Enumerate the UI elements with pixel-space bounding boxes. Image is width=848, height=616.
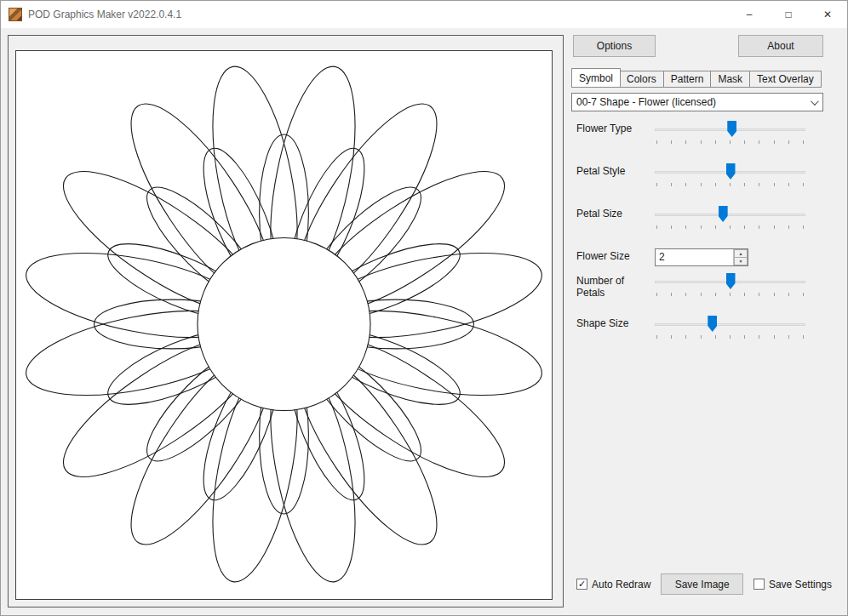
check-icon: ✓ bbox=[578, 579, 586, 589]
save-settings-checkbox[interactable]: ✓ Save Settings bbox=[753, 579, 832, 590]
slider-thumb[interactable] bbox=[726, 273, 736, 289]
slider-thumb[interactable] bbox=[708, 316, 717, 332]
shape-select-value: 00-7 Shape - Flower (licensed) bbox=[576, 96, 811, 108]
slider-thumb[interactable] bbox=[727, 121, 736, 137]
options-button[interactable]: Options bbox=[573, 35, 656, 57]
spin-up-icon[interactable]: ▲ bbox=[734, 249, 748, 258]
shape-size-label: Shape Size bbox=[570, 316, 655, 329]
number-of-petals-slider[interactable] bbox=[655, 273, 805, 297]
shape-select[interactable]: 00-7 Shape - Flower (licensed) bbox=[571, 93, 823, 111]
app-icon bbox=[9, 8, 22, 21]
drawing-canvas bbox=[15, 50, 553, 600]
slider-thumb[interactable] bbox=[719, 206, 728, 222]
tab-strip: Symbol Colors Pattern Mask Text Overlay bbox=[570, 68, 835, 88]
auto-redraw-checkbox-box: ✓ bbox=[576, 579, 587, 590]
slider-ticks bbox=[656, 293, 804, 296]
petal-style-slider[interactable] bbox=[655, 163, 805, 187]
flower-size-label: Flower Size bbox=[570, 248, 655, 262]
slider-thumb[interactable] bbox=[726, 163, 736, 180]
tab-colors[interactable]: Colors bbox=[620, 71, 664, 88]
petal-size-label: Petal Size bbox=[570, 206, 655, 220]
flower-size-input[interactable]: 2 ▲ ▼ bbox=[655, 248, 748, 266]
save-image-button[interactable]: Save Image bbox=[661, 573, 743, 595]
control-panel: Options About Symbol Colors Pattern Mask… bbox=[570, 35, 835, 607]
flower-size-spinner: ▲ ▼ bbox=[733, 249, 748, 265]
tab-mask[interactable]: Mask bbox=[711, 71, 750, 88]
window-controls: – □ ✕ bbox=[730, 1, 847, 28]
slider-ticks bbox=[656, 225, 804, 229]
tab-text-overlay[interactable]: Text Overlay bbox=[750, 71, 822, 88]
tab-symbol[interactable]: Symbol bbox=[571, 68, 621, 88]
titlebar: POD Graphics Maker v2022.0.4.1 – □ ✕ bbox=[1, 1, 847, 28]
slider-ticks bbox=[656, 140, 804, 144]
slider-track bbox=[655, 214, 805, 216]
about-button[interactable]: About bbox=[738, 35, 823, 57]
footer-bar: ✓ Auto Redraw Save Image ✓ Save Settings bbox=[570, 573, 835, 607]
save-settings-label: Save Settings bbox=[769, 579, 832, 590]
petal-style-label: Petal Style bbox=[570, 163, 655, 177]
slider-ticks bbox=[656, 183, 804, 186]
flower-type-slider[interactable] bbox=[655, 121, 805, 145]
shape-size-slider[interactable] bbox=[655, 316, 805, 339]
petal-size-slider[interactable] bbox=[655, 206, 805, 230]
canvas-frame bbox=[8, 35, 564, 607]
save-settings-checkbox-box: ✓ bbox=[753, 579, 765, 590]
slider-track bbox=[655, 323, 805, 326]
close-icon[interactable]: ✕ bbox=[808, 1, 847, 28]
maximize-icon[interactable]: □ bbox=[769, 1, 808, 28]
spin-down-icon[interactable]: ▼ bbox=[734, 258, 748, 265]
flower-type-label: Flower Type bbox=[570, 121, 655, 134]
number-of-petals-label: Number of Petals bbox=[570, 273, 655, 299]
auto-redraw-label: Auto Redraw bbox=[592, 579, 650, 590]
flower-graphic bbox=[16, 51, 552, 599]
window-title: POD Graphics Maker v2022.0.4.1 bbox=[28, 9, 730, 20]
chevron-down-icon bbox=[811, 97, 819, 106]
auto-redraw-checkbox[interactable]: ✓ Auto Redraw bbox=[576, 579, 650, 590]
minimize-icon[interactable]: – bbox=[730, 1, 769, 28]
flower-size-value: 2 bbox=[656, 249, 733, 265]
tab-pattern[interactable]: Pattern bbox=[664, 71, 712, 88]
slider-ticks bbox=[656, 335, 804, 339]
